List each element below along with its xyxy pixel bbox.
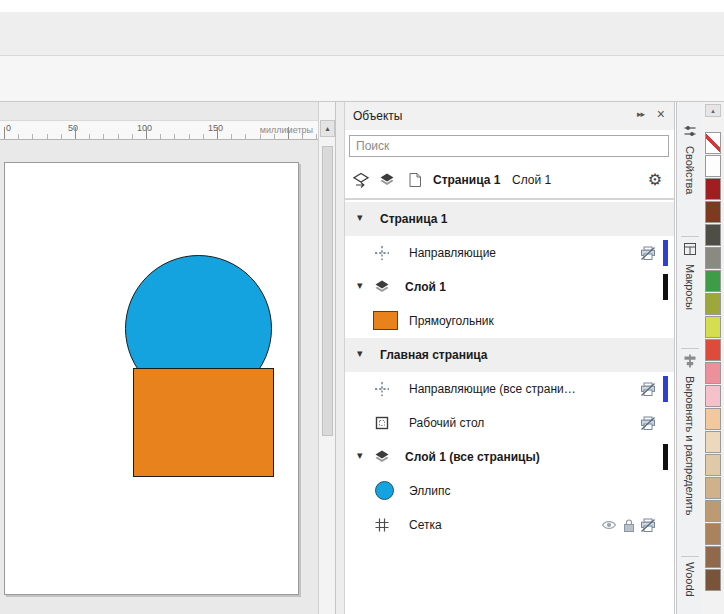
collapse-triangle-icon[interactable]: ▾ xyxy=(357,211,363,224)
objects-docker: Объекты ▸▸ × Страница 1 Слой 1 ⚙ ▾ Стран… xyxy=(345,102,675,614)
active-page-label: Страница 1 xyxy=(433,173,500,187)
printer-disabled-icon[interactable] xyxy=(640,416,656,431)
macros-icon xyxy=(683,242,697,256)
tree-row-label: Сетка xyxy=(409,518,442,532)
color-swatch[interactable] xyxy=(705,523,721,545)
color-swatch[interactable] xyxy=(705,201,721,223)
tree-row-label: Прямоугольник xyxy=(409,314,494,328)
tree-row-desktop[interactable]: Рабочий стол xyxy=(345,406,674,440)
property-bar-area xyxy=(0,56,724,102)
color-swatch[interactable] xyxy=(705,339,721,361)
color-swatch[interactable] xyxy=(705,270,721,292)
color-swatch[interactable] xyxy=(705,454,721,476)
tree-row-label: Эллипс xyxy=(409,484,450,498)
app-window: 0 50 100 150 миллиметры ▴ Объекты ▸▸ × xyxy=(0,0,724,614)
color-swatch[interactable] xyxy=(705,178,721,200)
tree-row-layer1[interactable]: ▾ Слой 1 xyxy=(345,270,674,304)
search-row xyxy=(345,130,674,162)
tree-row-label: Слой 1 xyxy=(405,280,446,294)
layers-icon xyxy=(374,449,390,465)
tab-label: Макросы xyxy=(684,264,696,310)
tree-row-label: Направляющие xyxy=(409,246,496,260)
vertical-scrollbar[interactable]: ▴ xyxy=(318,102,335,614)
color-swatch[interactable] xyxy=(705,155,721,177)
tree-row-guides[interactable]: Направляющие xyxy=(345,236,674,270)
collapse-triangle-icon[interactable]: ▾ xyxy=(357,347,363,360)
printer-disabled-icon[interactable] xyxy=(640,382,656,397)
sliders-icon xyxy=(683,124,697,138)
lock-icon[interactable] xyxy=(623,518,635,533)
guides-icon xyxy=(374,245,390,261)
titlebar-area xyxy=(0,0,724,12)
palette-scroll-up-icon: ▴ xyxy=(711,107,715,114)
tree-row-label: Страница 1 xyxy=(380,212,447,226)
page-icon[interactable] xyxy=(407,172,423,188)
palette-scroll-up-button[interactable]: ▴ xyxy=(705,104,721,117)
layer-color-bar xyxy=(663,444,668,470)
gear-icon[interactable]: ⚙ xyxy=(648,170,662,189)
tree-row-rectangle[interactable]: Прямоугольник xyxy=(345,304,674,338)
color-swatch[interactable] xyxy=(705,431,721,453)
collapse-docker-icon[interactable]: ▸▸ xyxy=(637,109,644,119)
scrollbar-thumb[interactable] xyxy=(322,146,333,436)
tab-properties[interactable]: Свойства xyxy=(677,124,702,230)
visibility-eye-icon[interactable] xyxy=(601,519,617,531)
object-thumbnail xyxy=(375,481,394,500)
object-thumbnail xyxy=(373,311,398,330)
color-swatch[interactable] xyxy=(705,247,721,269)
color-swatch[interactable] xyxy=(705,569,721,591)
collapse-triangle-icon[interactable]: ▾ xyxy=(357,449,363,462)
tree-row-label: Рабочий стол xyxy=(409,416,484,430)
ruler-label: 150 xyxy=(208,123,223,133)
guides-icon xyxy=(374,381,390,397)
layers-view-icon[interactable] xyxy=(352,172,370,188)
color-swatch[interactable] xyxy=(705,362,721,384)
tab-align-distribute[interactable]: Выровнять и распределить xyxy=(677,354,702,550)
printer-disabled-icon[interactable] xyxy=(640,246,656,261)
ruler-label: 100 xyxy=(137,123,152,133)
tree-row-layer1-all-pages[interactable]: ▾ Слой 1 (все страницы) xyxy=(345,440,674,474)
docker-toolbar: Страница 1 Слой 1 ⚙ xyxy=(345,162,674,200)
drawing-canvas[interactable]: 0 50 100 150 миллиметры xyxy=(0,102,318,614)
docker-splitter[interactable] xyxy=(335,102,345,614)
tree-row-label: Направляющие (все страни… xyxy=(409,382,576,396)
color-swatch[interactable] xyxy=(705,224,721,246)
tree-row-guides-all-pages[interactable]: Направляющие (все страни… xyxy=(345,372,674,406)
document-page[interactable] xyxy=(4,162,299,595)
docker-header: Объекты ▸▸ × xyxy=(345,102,674,130)
tab-label: Выровнять и распределить xyxy=(684,376,696,516)
tab-woodd[interactable]: Woodd xyxy=(677,562,702,614)
color-swatch[interactable] xyxy=(705,477,721,499)
scroll-up-button[interactable]: ▴ xyxy=(320,120,335,137)
menubar-area xyxy=(0,12,724,56)
color-swatch[interactable] xyxy=(705,500,721,522)
layers-icon[interactable] xyxy=(379,172,395,188)
no-color-swatch[interactable] xyxy=(705,132,721,154)
rectangle-shape[interactable] xyxy=(133,368,274,477)
layer-color-bar xyxy=(663,274,668,300)
color-swatch[interactable] xyxy=(705,293,721,315)
tab-separator xyxy=(681,236,699,237)
collapse-triangle-icon[interactable]: ▾ xyxy=(357,279,363,292)
layer-color-bar xyxy=(663,240,668,266)
color-swatch[interactable] xyxy=(705,385,721,407)
tree-row-page1[interactable]: ▾ Страница 1 xyxy=(345,202,674,236)
horizontal-ruler[interactable]: 0 50 100 150 миллиметры xyxy=(0,120,318,140)
layer-color-bar xyxy=(663,376,668,402)
docker-tab-strip: Свойства Макросы Выровнять и распределит… xyxy=(676,102,702,614)
desktop-icon xyxy=(374,415,390,431)
ruler-unit-label: миллиметры xyxy=(260,125,313,135)
color-swatch[interactable] xyxy=(705,546,721,568)
tree-row-master-page[interactable]: ▾ Главная страница xyxy=(345,338,674,372)
printer-disabled-icon[interactable] xyxy=(640,518,656,533)
tree-row-ellipse[interactable]: Эллипс xyxy=(345,474,674,508)
layers-icon xyxy=(374,279,390,295)
search-input[interactable] xyxy=(349,135,669,157)
active-layer-label: Слой 1 xyxy=(512,173,551,187)
tree-row-grid[interactable]: Сетка xyxy=(345,508,674,542)
color-swatch[interactable] xyxy=(705,408,721,430)
color-swatch[interactable] xyxy=(705,316,721,338)
close-docker-icon[interactable]: × xyxy=(657,106,665,122)
docker-title: Объекты xyxy=(353,102,403,130)
tab-macros[interactable]: Макросы xyxy=(677,242,702,342)
